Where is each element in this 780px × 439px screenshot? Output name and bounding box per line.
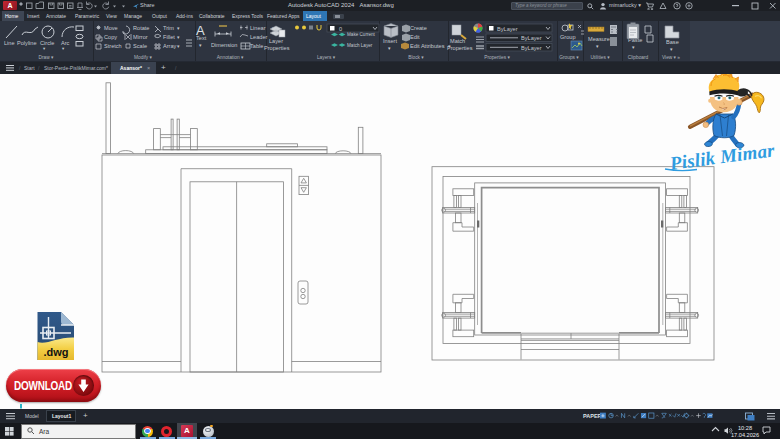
svg-text:.dwg: .dwg xyxy=(43,346,68,358)
svg-text:Pislik Mimar: Pislik Mimar xyxy=(668,139,777,174)
